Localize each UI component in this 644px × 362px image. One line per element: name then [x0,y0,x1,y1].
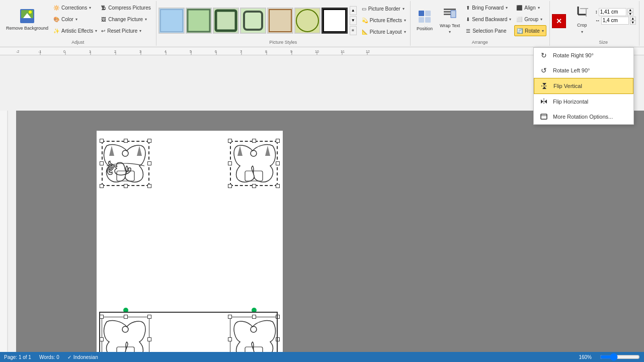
ornament-top-right[interactable] [230,141,278,186]
send-backward-arrow: ▾ [509,17,511,22]
vertical-ruler [0,111,8,362]
handle-tr-bl[interactable] [228,184,232,188]
handle-tr-tm[interactable] [252,139,256,143]
rotate-right-90-label: Rotate Right 90° [553,52,594,58]
picture-styles-group: ▲ ▼ ≡ ▭ Picture Border ▾ 💫 Picture Effec… [156,1,411,46]
handle-tr-mr[interactable] [276,161,280,165]
rotate-right-90-item[interactable]: ↻ Rotate Right 90° [534,48,633,63]
gallery-scroll: ▲ ▼ ≡ [350,6,357,35]
ornament-top-left[interactable]: ❧ [102,141,149,186]
bring-forward-button[interactable]: ⬆ Bring Forward ▾ [464,2,513,13]
rotate-arrow: ▾ [542,29,544,33]
picture-layout-button[interactable]: 📐 Picture Layout ▾ [360,27,408,38]
svg-rect-19 [419,17,424,23]
wrap-text-label: Wrap Text [440,23,460,28]
handle-top-left[interactable] [100,139,104,143]
handle-tr-br[interactable] [276,184,280,188]
close-format-picture-button[interactable]: ✕ [552,14,566,28]
change-picture-icon: 🖼 [101,17,106,22]
size-group: Crop ▾ ↕ ▲ ▼ ↔ ▲ ▼ [568,1,639,46]
handle-bottom-right[interactable] [147,184,151,188]
rotate-button[interactable]: 🔄 Rotate ▾ [514,25,546,36]
svg-rect-21 [444,9,456,10]
picture-style-2[interactable] [186,8,212,34]
send-backward-label: Send Backward [472,17,507,22]
svg-rect-58 [0,111,8,362]
wrap-text-button[interactable]: Wrap Text ▾ [437,2,463,37]
svg-text:11: 11 [341,50,345,53]
svg-rect-24 [451,11,456,18]
svg-rect-69 [541,114,547,119]
language-indicator[interactable]: ✓ Indonesian [67,354,98,360]
position-icon [417,9,433,25]
handle-tr-bm[interactable] [252,184,256,188]
picture-style-7[interactable] [321,8,348,34]
selection-border-tr [230,141,278,186]
bring-forward-arrow: ▾ [506,6,508,10]
more-rotation-label: More Rotation Options... [553,114,613,120]
remove-background-button[interactable]: Remove Background [3,2,51,37]
svg-text:4: 4 [165,50,167,53]
corrections-button[interactable]: 🔆 Corrections ▾ [51,2,99,13]
handle-middle-left[interactable] [100,161,104,165]
width-down[interactable]: ▼ [630,21,636,25]
width-up[interactable]: ▲ [630,17,636,21]
handle-tr-tr[interactable] [276,139,280,143]
gallery-scroll-down[interactable]: ▼ [350,16,357,25]
picture-border-label: Picture Border [368,6,400,12]
compress-pictures-button[interactable]: 🗜 Compress Pictures [99,2,152,13]
width-input[interactable] [601,17,629,25]
handle-middle-right[interactable] [147,161,151,165]
align-button[interactable]: ⬛ Align ▾ [514,2,546,13]
picture-border-button[interactable]: ▭ Picture Border ▾ [360,4,408,15]
language-label: Indonesian [73,354,98,360]
group-button[interactable]: ⬜ Group ▾ [514,14,546,25]
zoom-slider[interactable] [600,354,640,359]
svg-rect-13 [295,9,319,33]
height-down[interactable]: ▼ [627,12,633,16]
svg-rect-7 [214,9,238,33]
selection-pane-button[interactable]: ☰ Selection Pane [464,25,513,36]
svg-rect-11 [268,9,292,33]
flip-horizontal-item[interactable]: Flip Horizontal [534,94,633,109]
picture-effects-button[interactable]: 💫 Picture Effects ▾ [360,15,408,26]
bring-forward-icon: ⬆ [466,5,470,11]
color-icon: 🎨 [53,17,59,22]
picture-style-3[interactable] [213,8,239,34]
size-group-label: Size [568,40,639,45]
picture-style-6[interactable] [294,8,320,34]
arrange-group: Position Wrap Text ▾ ⬆ [411,1,550,46]
remove-background-label: Remove Background [6,26,48,31]
rotate-left-90-item[interactable]: ↺ Rotate Left 90° [534,63,633,78]
gallery-more[interactable]: ≡ [350,26,357,35]
send-backward-button[interactable]: ⬇ Send Backward ▾ [464,14,513,25]
gallery-scroll-up[interactable]: ▲ [350,6,357,15]
position-button[interactable]: Position [414,2,436,37]
crop-button[interactable]: Crop ▾ [571,2,593,37]
rotate-icon: 🔄 [517,28,523,34]
handle-tr-ml[interactable] [228,161,232,165]
change-picture-button[interactable]: 🖼 Change Picture ▾ [99,14,152,25]
color-button[interactable]: 🎨 Color ▾ [51,14,99,25]
handle-top-middle[interactable] [124,139,128,143]
picture-style-5[interactable] [267,8,293,34]
handle-bottom-middle[interactable] [124,184,128,188]
handle-tr-tl[interactable] [228,139,232,143]
rotate-dropdown-menu: ↻ Rotate Right 90° ↺ Rotate Left 90° Fli… [533,47,634,125]
flip-vertical-label: Flip Vertical [553,83,582,89]
picture-style-4[interactable] [240,8,266,34]
svg-rect-18 [425,11,431,16]
picture-effects-label: Picture Effects [370,18,402,23]
flip-vertical-item[interactable]: Flip Vertical [534,78,633,94]
reset-picture-button[interactable]: ↩ Reset Picture ▾ [99,25,152,36]
crop-arrow: ▾ [581,30,583,34]
selection-pane-icon: ☰ [466,28,470,34]
reset-picture-label: Reset Picture [107,28,137,34]
height-up[interactable]: ▲ [627,8,633,12]
picture-style-1[interactable] [158,8,185,34]
handle-bottom-left[interactable] [100,184,104,188]
artistic-effects-button[interactable]: ✨ Artistic Effects ▾ [51,25,99,36]
more-rotation-item[interactable]: More Rotation Options... [534,109,633,124]
height-input[interactable] [599,8,626,16]
handle-top-right[interactable] [147,139,151,143]
